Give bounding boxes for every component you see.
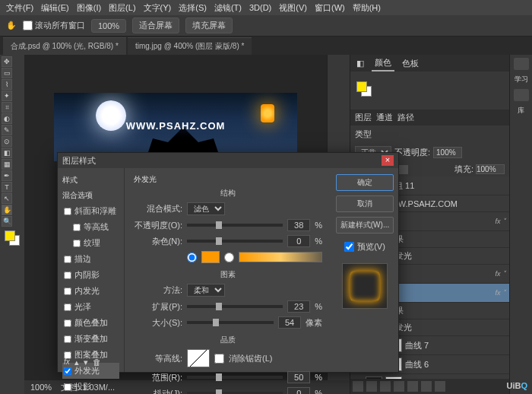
method-dropdown[interactable]: 柔和 [187,284,225,297]
menu-image[interactable]: 图像(I) [77,2,101,14]
range-slider[interactable] [187,376,283,379]
opacity-value[interactable]: 38 [287,219,310,231]
menu-3d[interactable]: 3D(D) [249,3,271,12]
color-picker-swatches[interactable] [356,81,375,100]
style-checkbox[interactable] [64,319,71,327]
trash-icon[interactable] [435,381,445,392]
blend-mode-dropdown[interactable]: 滤色 [187,202,225,215]
lock-all-icon[interactable] [399,165,408,174]
group-icon[interactable] [407,381,418,392]
style-checkbox[interactable] [64,335,71,343]
learn-button[interactable] [514,58,529,70]
color-radio[interactable] [187,253,197,262]
preview-checkbox[interactable]: 预览(V) [344,241,385,253]
zoom-100-button[interactable]: 100% [91,19,126,33]
marquee-tool-icon[interactable]: ▭ [2,68,12,78]
opacity-input[interactable] [433,147,462,158]
style-item[interactable]: 斜面和浮雕 [62,203,119,219]
style-checkbox[interactable] [73,224,81,231]
style-checkbox[interactable] [64,288,71,295]
fit-screen-button[interactable]: 适合屏幕 [132,17,179,33]
color-swatches[interactable] [5,230,20,246]
zoom-tool-icon[interactable]: 🔍 [2,216,12,227]
style-item[interactable]: 内阴影 [62,267,119,283]
scroll-all-checkbox[interactable]: 滚动所有窗口 [23,20,85,31]
wand-tool-icon[interactable]: ✦ [2,91,12,101]
menu-type[interactable]: 文字(Y) [144,2,172,14]
type-tool-icon[interactable]: T [2,182,12,192]
fill-screen-button[interactable]: 填充屏幕 [185,17,233,33]
menu-layer[interactable]: 图层(L) [109,2,135,14]
blend-options-header[interactable]: 混合选项 [62,188,119,203]
eyedropper-tool-icon[interactable]: ◐ [2,113,12,124]
style-checkbox[interactable] [64,303,71,311]
style-checkbox[interactable] [64,272,71,279]
size-value[interactable]: 54 [278,316,301,329]
pen-tool-icon[interactable]: ✒ [2,170,12,181]
stamp-tool-icon[interactable]: ⊙ [2,136,12,147]
size-slider[interactable] [187,321,274,324]
canvas[interactable]: WWW.PSAHZ.COM [54,93,297,161]
link-layers-icon[interactable] [353,381,363,392]
new-layer-icon[interactable] [421,381,432,392]
style-item[interactable]: 投影 [62,379,119,394]
jitter-value[interactable]: 0 [287,387,310,394]
style-checkbox[interactable] [64,256,71,263]
tab-swatches[interactable]: 色板 [399,56,422,71]
crop-tool-icon[interactable]: ⌗ [2,102,12,113]
opacity-slider[interactable] [187,224,283,227]
tab-channels[interactable]: 通道 [376,112,393,123]
eraser-tool-icon[interactable]: ◧ [2,148,12,158]
fx-icon[interactable] [366,381,377,392]
close-icon[interactable]: × [382,155,394,166]
menu-select[interactable]: 选择(S) [179,2,207,14]
styles-header[interactable]: 样式 [62,173,119,188]
style-item[interactable]: 颜色叠加 [62,315,119,331]
dialog-titlebar[interactable]: 图层样式 × [58,153,398,168]
doc-tab-1[interactable]: 合成.psd @ 100% (光, RGB/8) * [3,37,126,55]
style-item[interactable]: 渐变叠加 [62,331,119,347]
noise-slider[interactable] [187,240,283,243]
menu-edit[interactable]: 编辑(E) [41,2,69,14]
antialias-checkbox[interactable] [214,354,224,364]
gradient-tool-icon[interactable]: ▦ [2,159,12,170]
spread-value[interactable]: 23 [287,300,310,313]
doc-tab-2[interactable]: timg.jpg @ 400% (图层 蒙版/8) * [128,37,252,55]
libraries-button[interactable] [514,89,529,101]
fx-badge[interactable]: fx ˅ [495,218,506,225]
fx-trash-icon[interactable]: 🗑 [93,357,101,367]
fx-up-icon[interactable]: ▴ [74,357,79,367]
style-checkbox[interactable] [64,367,71,375]
menu-help[interactable]: 帮助(H) [353,2,381,14]
glow-color-box[interactable] [201,251,220,263]
contour-picker[interactable] [187,349,210,367]
style-checkbox[interactable] [73,240,81,247]
style-item[interactable]: 描边 [62,251,119,267]
style-item[interactable]: 等高线 [62,219,119,235]
fill-input[interactable] [476,164,505,174]
fx-add-icon[interactable]: fx [64,357,70,367]
gradient-radio[interactable] [224,253,234,262]
hand-tool-icon[interactable]: ✋ [2,205,12,215]
tab-paths[interactable]: 路径 [397,112,414,123]
style-item[interactable]: 纹理 [62,235,119,251]
fx-badge[interactable]: fx ˅ [495,270,506,278]
new-style-button[interactable]: 新建样式(W)... [336,217,394,234]
menu-filter[interactable]: 滤镜(T) [214,2,242,14]
menu-view[interactable]: 视图(V) [279,2,307,14]
style-checkbox[interactable] [64,383,71,391]
style-checkbox[interactable] [64,208,71,215]
style-item[interactable]: 光泽 [62,299,119,315]
path-tool-icon[interactable]: ↖ [2,193,12,204]
menu-file[interactable]: 文件(F) [6,2,33,14]
glow-gradient-box[interactable] [239,252,322,262]
adjustment-icon[interactable] [394,381,404,392]
foreground-color[interactable] [5,230,15,241]
fx-down-icon[interactable]: ▾ [84,357,88,367]
cancel-button[interactable]: 取消 [336,195,394,212]
fx-badge[interactable]: fx ˅ [495,289,506,297]
move-tool-icon[interactable]: ✥ [2,56,12,67]
menu-window[interactable]: 窗口(W) [315,2,345,14]
brush-tool-icon[interactable]: ✎ [2,125,12,135]
spread-slider[interactable] [187,305,283,308]
